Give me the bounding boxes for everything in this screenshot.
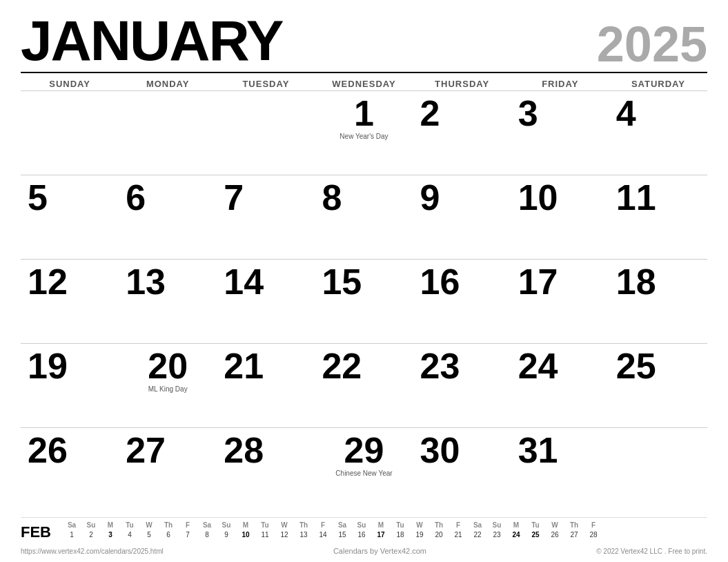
calendar-cell: 28 [217,427,315,512]
calendar-cell: 25 [609,343,707,427]
mini-day-number: 25 [526,530,545,539]
calendar-cell: 17 [511,259,609,343]
calendar-cell: 10 [511,175,609,259]
calendar-cell [21,90,119,175]
day-of-week-tuesday: TUESDAY [217,76,315,90]
calendar-cell: 3 [511,90,609,175]
calendar-cell: 30 [413,427,511,512]
mini-day-header: Tu [526,521,545,530]
calendar-cell: 19 [21,343,119,427]
mini-day-number: 23 [487,530,506,539]
mini-day-header: F [313,521,333,530]
date-number: 1 [322,95,406,131]
calendar-cell: 7 [217,175,315,259]
mini-day-header: M [506,521,526,530]
mini-day-number: 5 [139,530,159,539]
calendar-cell: 22 [315,343,413,427]
date-number: 13 [126,264,166,300]
date-number: 10 [518,180,558,215]
calendar-cell: 5 [21,175,119,259]
header-divider [21,72,707,73]
calendar-cell: 15 [315,259,413,343]
mini-day-number: 6 [159,530,178,539]
calendar-cell: 4 [609,90,707,175]
calendar-cell: 24 [511,343,609,427]
mini-day-number: 26 [545,530,564,539]
date-number: 14 [224,264,264,300]
date-number: 12 [28,264,68,300]
mini-day-header: Sa [62,521,81,530]
footer-url: https://www.vertex42.com/calendars/2025.… [21,548,164,555]
calendar-cell: 2 [413,90,511,175]
mini-day-header: Tu [120,521,139,530]
mini-day-header: Th [429,521,449,530]
mini-day-header: Th [564,521,584,530]
date-number: 6 [126,180,146,215]
date-number: 28 [224,432,264,468]
header-row: JANUARY 2025 [21,12,707,69]
mini-day-number: 17 [371,530,391,539]
calendar-cell: 31 [511,427,609,512]
mini-day-header: Su [487,521,506,530]
mini-day-header: Sa [197,521,217,530]
year-title: 2025 [597,19,707,69]
mini-day-number: 22 [468,530,487,539]
day-of-week-thursday: THURSDAY [413,76,511,90]
date-number: 17 [518,264,558,300]
footer-row: https://www.vertex42.com/calendars/2025.… [21,545,707,555]
mini-day-number: 4 [120,530,139,539]
date-number: 4 [616,95,636,131]
mini-day-header: F [449,521,468,530]
mini-day-header: Tu [255,521,275,530]
calendar-cell: 16 [413,259,511,343]
footer-brand: Calendars by Vertex42.com [333,547,426,555]
calendar-cell: 23 [413,343,511,427]
mini-day-number: 27 [564,530,584,539]
holiday-label: Chinese New Year [322,469,406,477]
mini-day-number: 16 [352,530,371,539]
calendar-cell: 12 [21,259,119,343]
calendar-cell: 9 [413,175,511,259]
calendar-cell: 29Chinese New Year [315,427,413,512]
day-of-week-saturday: SATURDAY [609,76,707,90]
mini-day-number: 3 [101,530,120,539]
mini-day-header: W [275,521,294,530]
date-number: 19 [28,348,68,384]
mini-day-number: 24 [506,530,526,539]
mini-day-header: W [410,521,429,530]
date-number: 11 [616,180,656,215]
calendar-container: JANUARY 2025 SUNDAYMONDAYTUESDAYWEDNESDA… [0,0,728,562]
mini-day-header: Su [217,521,236,530]
mini-day-number: 11 [255,530,275,539]
calendar-cell [609,427,707,512]
mini-day-number: 28 [584,530,603,539]
day-of-week-friday: FRIDAY [511,76,609,90]
date-number: 8 [322,180,342,215]
date-number: 18 [616,264,656,300]
calendar-cell: 21 [217,343,315,427]
mini-day-number: 21 [449,530,468,539]
mini-day-number: 8 [197,530,217,539]
date-number: 29 [322,432,406,468]
mini-day-number: 2 [81,530,101,539]
calendar-cell: 20ML King Day [119,343,217,427]
calendar-cell: 26 [21,427,119,512]
days-of-week-header: SUNDAYMONDAYTUESDAYWEDNESDAYTHURSDAYFRID… [21,76,707,90]
calendar-grid: 1New Year's Day2345678910111213141516171… [21,90,707,512]
mini-day-number: 9 [217,530,236,539]
date-number: 20 [126,348,210,384]
mini-calendar-section: FEB SaSuMTuWThFSaSuMTuWThFSaSuMTuWThFSaS… [21,517,707,541]
footer-copyright: © 2022 Vertex42 LLC . Free to print. [596,548,707,555]
mini-day-header: M [101,521,120,530]
date-number: 31 [518,432,558,468]
calendar-cell: 14 [217,259,315,343]
date-number: 24 [518,348,558,384]
calendar-cell: 6 [119,175,217,259]
mini-day-number: 20 [429,530,449,539]
mini-day-header: Sa [333,521,352,530]
month-title: JANUARY [21,12,282,69]
mini-day-number: 1 [62,530,81,539]
day-of-week-monday: MONDAY [119,76,217,90]
mini-day-header: Tu [391,521,410,530]
mini-month-label: FEB [21,521,52,541]
